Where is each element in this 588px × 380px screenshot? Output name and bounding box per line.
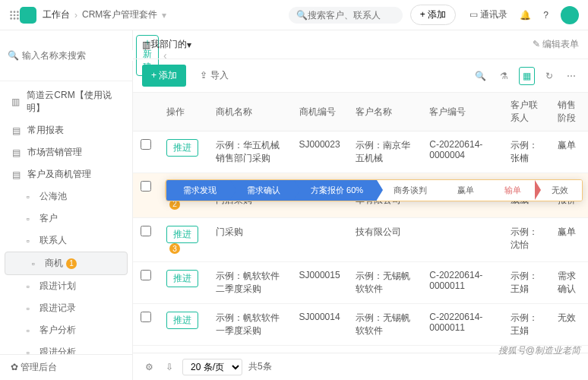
global-search[interactable]: 🔍 — [289, 7, 403, 24]
more-icon[interactable]: ⋯ — [564, 68, 579, 84]
avatar[interactable] — [561, 6, 579, 24]
badge: 3 — [169, 243, 180, 254]
sidebar-item[interactable]: ▤市场营销管理 — [0, 141, 132, 163]
doc-icon: ▫ — [23, 303, 33, 314]
doc-icon: ▫ — [23, 325, 33, 336]
sidebar-item[interactable]: ▤常用报表 — [0, 119, 132, 141]
stage-step[interactable]: 方案报价 60% — [294, 180, 377, 201]
total-count: 共5条 — [248, 360, 272, 373]
sidebar-subitem[interactable]: ▫客户分析 — [0, 319, 132, 341]
settings-icon[interactable]: ⚙ — [142, 359, 156, 375]
search-icon[interactable]: 🔍 — [472, 68, 489, 84]
apps-icon[interactable] — [9, 10, 20, 21]
doc-icon: ▫ — [23, 347, 33, 355]
sidebar-item-label: 跟进分析 — [40, 346, 76, 354]
sidebar-subitem[interactable]: ▫跟进分析 — [0, 341, 132, 354]
edit-form-link[interactable]: ✎ 编辑表单 — [533, 38, 579, 51]
contacts-link[interactable]: ▭ 通讯录 — [469, 8, 507, 21]
table-row[interactable]: 推进3门采购技有限公司示例：沈怡赢单 — [133, 217, 588, 262]
sidebar-subitem[interactable]: ▫客户 — [0, 207, 132, 230]
folder-icon: ▤ — [11, 169, 21, 180]
sidebar-subitem[interactable]: ▫跟进计划 — [0, 275, 132, 297]
push-button[interactable]: 推进 — [166, 226, 198, 243]
cell-stage: 赢单 — [550, 131, 588, 173]
column-header: 商机编号 — [292, 93, 348, 131]
cell-cust: 示例：无锡帆软软件 — [348, 304, 422, 346]
page-size-select[interactable]: 20 条/页 — [182, 359, 242, 375]
add-button[interactable]: + 添加 — [142, 65, 186, 87]
stage-step[interactable]: 需求确认 — [230, 180, 294, 201]
sidebar-item-label: 客户及商机管理 — [27, 168, 91, 181]
cell-ccode: C-20220614-0000011 — [422, 262, 503, 304]
svg-point-5 — [17, 14, 19, 16]
svg-point-0 — [10, 11, 12, 13]
stage-step[interactable]: 商务谈判 — [377, 180, 441, 201]
sidebar-item[interactable]: ▤客户及商机管理 — [0, 163, 132, 185]
refresh-icon[interactable]: ↻ — [542, 68, 556, 84]
watermark: 搜狐号@制造业老简 — [498, 344, 580, 357]
cell-name: 示例：帆软软件二季度采购 — [208, 262, 292, 304]
stage-step[interactable]: 需求发现 — [166, 180, 230, 201]
sidebar-subitem[interactable]: ▫跟进记录 — [0, 297, 132, 319]
sidebar-item-label: 公海池 — [40, 190, 67, 203]
cell-contact: 示例：张楠 — [503, 131, 550, 173]
book-icon: ▭ — [469, 9, 478, 20]
sidebar-item-label: 常用报表 — [27, 124, 64, 137]
download-icon[interactable]: ⇩ — [163, 359, 176, 375]
table-row[interactable]: 推进示例：帆软软件二季度采购SJ000015示例：无锡帆软软件C-2022061… — [133, 262, 588, 304]
search-icon: 🔍 — [296, 10, 308, 21]
row-checkbox[interactable] — [141, 139, 151, 150]
help-icon[interactable]: ? — [543, 10, 548, 21]
column-header — [133, 93, 159, 131]
global-search-input[interactable] — [308, 10, 395, 21]
stage-step[interactable]: 输单 — [488, 180, 535, 201]
sidebar-item-label: 联系人 — [40, 234, 67, 247]
sidebar-item-label: 跟进计划 — [40, 280, 76, 293]
row-checkbox[interactable] — [141, 181, 151, 192]
column-header: 操作 — [159, 93, 208, 131]
cell-contact: 示例：王娟 — [503, 304, 550, 346]
sidebar-search-input[interactable] — [22, 50, 136, 61]
cell-contact: 示例：沈怡 — [503, 217, 550, 262]
workspace-link[interactable]: 工作台 — [43, 8, 70, 21]
svg-point-4 — [14, 14, 16, 16]
table-row[interactable]: 推进示例：帆软软件一季度采购SJ000014示例：无锡帆软软件C-2022061… — [133, 304, 588, 346]
view-toggle-icon[interactable]: ▦ — [519, 67, 535, 85]
cell-code — [292, 217, 348, 262]
sidebar-subitem[interactable]: ▫商机1 — [5, 252, 128, 275]
table-row[interactable]: 推进示例：华五机械销售部门采购SJ000023示例：南京华五机械C-202206… — [133, 131, 588, 173]
stage-step[interactable]: 无效 — [535, 180, 582, 201]
stage-step[interactable]: 赢单 — [441, 180, 488, 201]
row-checkbox[interactable] — [141, 312, 151, 322]
cell-code: SJ000014 — [292, 304, 348, 346]
sidebar-subitem[interactable]: ▫联系人 — [0, 230, 132, 252]
cell-cust: 技有限公司 — [348, 217, 422, 262]
push-button[interactable]: 推进 — [166, 270, 198, 287]
row-checkbox[interactable] — [141, 226, 151, 236]
sidebar-item[interactable]: ▥简道云CRM【使用说明】 — [0, 84, 132, 119]
import-button[interactable]: ⇪ 导入 — [194, 65, 234, 87]
bell-icon[interactable]: 🔔 — [520, 10, 531, 21]
cell-cust: 示例：南京华五机械 — [348, 131, 422, 173]
cell-ccode — [422, 217, 503, 262]
sidebar-subitem[interactable]: ▫公海池 — [0, 185, 132, 207]
sidebar-item-label: 跟进记录 — [40, 302, 76, 315]
cell-name: 示例：华五机械销售部门采购 — [208, 131, 292, 173]
top-add-button[interactable]: + 添加 — [410, 5, 456, 25]
push-button[interactable]: 推进 — [166, 312, 198, 329]
app-logo-icon — [20, 7, 36, 24]
row-checkbox[interactable] — [141, 270, 151, 280]
cell-cust: 示例：无锡帆软软件 — [348, 262, 422, 304]
push-button[interactable]: 推进 — [166, 139, 198, 157]
filter-icon[interactable]: ⚗ — [497, 68, 511, 84]
doc-icon: ▫ — [23, 192, 33, 202]
svg-point-8 — [17, 17, 19, 20]
view-filter[interactable]: ▥ 我部门的 ▾ — [142, 38, 191, 51]
cell-name: 示例：帆软软件一季度采购 — [208, 304, 292, 346]
folder-icon: ▤ — [11, 125, 21, 136]
breadcrumb-suite[interactable]: CRM客户管理套件 — [82, 8, 157, 21]
admin-link[interactable]: ✿ 管理后台 — [0, 354, 132, 380]
chevron-down-icon[interactable]: ▾ — [162, 10, 166, 21]
folder-icon: ▥ — [11, 97, 21, 107]
cell-code: SJ000023 — [292, 131, 348, 173]
